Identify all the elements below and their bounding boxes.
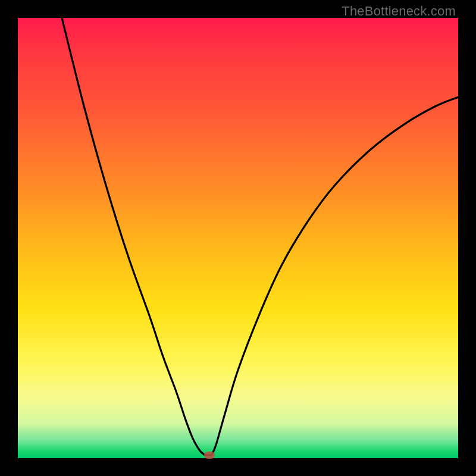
watermark-text: TheBottleneck.com: [342, 4, 456, 19]
bottleneck-marker: [204, 452, 215, 459]
curve-right-branch: [212, 97, 458, 455]
curve-left-branch: [62, 18, 205, 455]
chart-frame: TheBottleneck.com: [0, 0, 476, 476]
plot-area: [18, 18, 458, 458]
bottleneck-curve: [18, 18, 458, 458]
